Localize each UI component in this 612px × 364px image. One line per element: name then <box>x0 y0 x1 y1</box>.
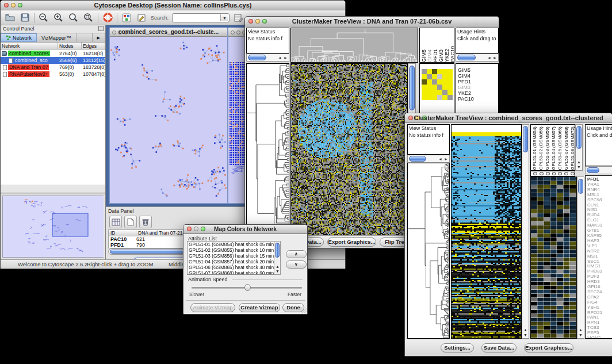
open-file-icon[interactable] <box>4 12 16 24</box>
usage-hints-scrollbar[interactable]: ◄ ► <box>456 53 499 62</box>
scrollbar-thumb[interactable] <box>248 55 266 60</box>
network-table-row[interactable]: combined_scores2764(0)16218(0) <box>1 50 105 57</box>
scroll-down-icon[interactable]: ▼ <box>276 269 280 273</box>
gene-column-label[interactable]: PAC10 <box>450 46 454 62</box>
gene-column-label[interactable]: GIM4 <box>427 49 433 62</box>
row-dendrogram[interactable] <box>246 63 289 236</box>
new-attribute-icon[interactable] <box>124 216 137 228</box>
scroll-right-icon[interactable]: ► <box>284 56 288 60</box>
save-data-button[interactable]: Save Data... <box>481 343 517 352</box>
birdseye-view[interactable] <box>2 196 104 258</box>
scroll-down-icon[interactable]: ▼ <box>577 165 581 169</box>
scroll-right-icon[interactable]: ► <box>493 56 497 60</box>
zoom-fit-icon[interactable] <box>83 12 94 24</box>
gene-row-label[interactable]: YKE2 <box>458 90 498 96</box>
delete-attribute-icon[interactable] <box>139 216 152 228</box>
gene-column-label[interactable]: GIM3 <box>438 49 444 62</box>
network-frame-titlebar[interactable]: combined_scores_good.txt--cluste... <box>110 28 227 37</box>
matrix-vscrollbar[interactable]: ▲ ▼ <box>522 124 529 339</box>
zoom-heatmap[interactable] <box>530 177 577 339</box>
scrollbar-thumb[interactable] <box>576 126 582 149</box>
slider-thumb[interactable] <box>244 284 251 291</box>
network-view-canvas[interactable] <box>110 37 227 203</box>
scroll-up-icon[interactable]: ▲ <box>577 160 581 164</box>
zoom-heatmap[interactable] <box>422 69 453 100</box>
panel-splitter[interactable] <box>1 192 105 194</box>
heatmap-matrix[interactable] <box>290 63 408 236</box>
tab-network[interactable]: Network <box>1 33 37 42</box>
array-column-label[interactable]: GPL51-08 (GSM872) <box>570 127 575 170</box>
network-table-row[interactable]: RNAPuberNov2+563(0)107847(0) <box>1 71 105 78</box>
zoom-in-icon[interactable] <box>53 12 64 24</box>
resize-grip[interactable] <box>300 307 307 313</box>
treeview1-titlebar[interactable]: ClusterMaker TreeView : DNA and Tran 07-… <box>245 17 499 26</box>
scroll-up-icon[interactable]: ▲ <box>523 328 527 332</box>
heatmap-matrix[interactable] <box>451 124 522 339</box>
gene-row-label[interactable]: GIM3 <box>458 85 498 90</box>
array-column-label[interactable]: GPL51-06 (GSM865) <box>557 127 563 170</box>
attribute-item[interactable]: GPL51-07 (GSM868) heat shock 60 min <box>188 270 280 275</box>
search-combobox[interactable]: ▼ <box>172 13 230 22</box>
network-table-row[interactable]: combined_sco2569(6)13112(15) <box>1 57 105 64</box>
zoom-selected-icon[interactable] <box>68 12 79 24</box>
settings-button[interactable]: Settings... <box>441 343 474 352</box>
col-network[interactable]: Network <box>1 43 58 49</box>
gene-column-label[interactable]: YKE2 <box>444 49 450 62</box>
gene-column-label[interactable]: PFD1 <box>433 49 438 62</box>
attribute-browser-icon[interactable] <box>233 12 244 24</box>
zoom-out-icon[interactable] <box>38 12 49 24</box>
main-titlebar[interactable]: Cytoscape Desktop (Session Name: collins… <box>1 1 345 10</box>
attribute-list[interactable]: GPL51-01 (GSM854) heat shock 05 minGPL51… <box>187 241 281 275</box>
move-down-button[interactable]: ∨ <box>286 260 307 269</box>
scroll-down-icon[interactable]: ▼ <box>523 333 527 337</box>
col-id[interactable]: ID <box>109 230 136 236</box>
scroll-up-icon[interactable]: ▲ <box>276 265 280 269</box>
move-up-button[interactable]: ∧ <box>286 250 307 258</box>
view-status-scrollbar[interactable]: ◄ ► <box>407 155 450 163</box>
float-panel-icon[interactable] <box>98 26 104 31</box>
network-frame[interactable]: combined_scores_good.txt--cluste... <box>109 27 228 204</box>
help-lifering-icon[interactable] <box>102 12 113 24</box>
animate-vizmap-button[interactable]: Animate Vizmap <box>190 303 235 312</box>
attribute-list-scrollbar[interactable]: ▲ ▼ <box>274 241 281 275</box>
gene-row-label[interactable]: GIM5 <box>458 67 498 73</box>
row-dendrogram[interactable] <box>407 163 450 339</box>
zoom-vscrollbar[interactable]: ▲ ▼ <box>577 177 584 339</box>
col-nodes[interactable]: Nodes <box>58 43 82 49</box>
scroll-left-icon[interactable]: ◄ <box>487 56 491 60</box>
create-vizmap-button[interactable]: Create Vizmap <box>239 303 280 312</box>
minimize-icon[interactable] <box>236 30 240 35</box>
tab-vizmapper[interactable]: VizMapper™ <box>37 33 76 42</box>
network-table-row[interactable]: DNA and Tran 07769(0)183728(0) <box>1 64 105 71</box>
gene-row-label[interactable]: PAC10 <box>458 96 498 102</box>
scroll-down-icon[interactable]: ▼ <box>579 333 583 337</box>
attribute-item[interactable]: GPL51-02 (GSM855) heat shock 10 min <box>188 247 280 253</box>
gene-row-label[interactable]: PFD1 <box>458 79 498 85</box>
scrollbar-thumb[interactable] <box>523 126 528 152</box>
scrollbar-thumb[interactable] <box>409 156 426 162</box>
treeview2-titlebar[interactable]: ClusterMaker TreeView : combined_scores_… <box>405 113 612 123</box>
attribute-item[interactable]: GPL51-01 (GSM854) heat shock 05 min <box>188 242 280 247</box>
search-dropdown-arrow-icon[interactable]: ▼ <box>220 14 228 21</box>
scrollbar-thumb[interactable] <box>275 243 280 258</box>
col-edges[interactable]: Edges <box>82 43 105 49</box>
scrollbar-thumb[interactable] <box>409 66 415 110</box>
dialog-titlebar[interactable]: Map Colors to Network <box>183 225 307 234</box>
scrollbar-thumb[interactable] <box>457 55 476 60</box>
scrollbar-thumb[interactable] <box>578 179 583 194</box>
gene-column-label[interactable]: GIM5 <box>421 49 427 62</box>
usage-hints-scrollbar[interactable] <box>585 166 612 174</box>
scroll-up-icon[interactable]: ▲ <box>579 328 583 332</box>
save-session-icon[interactable] <box>19 12 30 24</box>
column-dendrogram[interactable] <box>290 28 418 63</box>
array-column-label[interactable]: GPL51-07 (GSM868) <box>564 127 569 170</box>
attribute-item[interactable]: GPL51-06 (GSM865) heat shock 40 min <box>188 265 280 270</box>
vizmapper-icon[interactable] <box>121 12 132 24</box>
scroll-left-icon[interactable]: ◄ <box>438 157 442 161</box>
tab-overflow-arrow-icon[interactable]: ▶ <box>92 33 105 42</box>
export-graphics-button[interactable]: Export Graphics... <box>327 237 376 247</box>
close-icon[interactable] <box>231 30 235 35</box>
scrollbar-thumb[interactable] <box>587 167 599 173</box>
export-graphics-button[interactable]: Export Graphics... <box>524 343 573 352</box>
gene-row-label[interactable]: GIM4 <box>458 73 498 79</box>
